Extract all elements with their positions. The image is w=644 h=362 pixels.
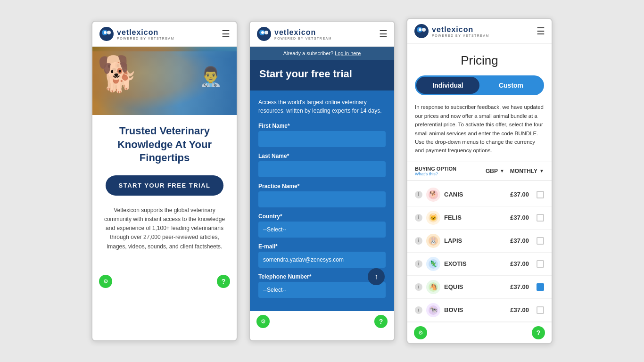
frequency-dropdown[interactable]: MONTHLY ▼ <box>510 168 544 174</box>
bovis-checkbox[interactable] <box>537 306 544 314</box>
svg-point-3 <box>104 31 107 34</box>
free-trial-title: Start your free trial <box>259 67 385 81</box>
hero-dog-icon: 🐕 <box>97 54 138 92</box>
bovis-info-icon[interactable]: i <box>415 306 422 314</box>
lapis-checkbox[interactable] <box>537 237 544 245</box>
svg-point-10 <box>422 28 426 32</box>
canis-info-icon[interactable]: i <box>415 191 422 198</box>
svg-text:🐴: 🐴 <box>429 283 438 291</box>
felis-name: FELIS <box>444 214 506 221</box>
logo-main-text3: vetlexicon <box>432 25 489 34</box>
bovis-price: £37.00 <box>510 306 529 313</box>
buying-option-group: BUYING OPTION What's this? <box>415 166 456 176</box>
telephone-field-group: Telephone Number* --Select-- <box>258 273 386 304</box>
svg-text:🐕: 🐕 <box>429 190 438 198</box>
canis-checkbox[interactable] <box>537 191 544 198</box>
practice-name-input[interactable] <box>258 191 386 207</box>
hero-image: 🐕 👨‍⚕️ <box>92 47 237 115</box>
screen1-footer: ⚙ ? <box>92 270 237 293</box>
country-label: Country* <box>258 213 386 220</box>
exotis-product-icon: 🦎 <box>426 257 440 271</box>
svg-text:🐱: 🐱 <box>429 214 438 222</box>
screen2-footer: ⚙ ? <box>250 311 394 332</box>
tab-individual[interactable]: Individual <box>416 77 479 94</box>
settings-icon2[interactable]: ⚙ <box>256 315 270 328</box>
logo-main-text: vetlexicon <box>117 28 174 37</box>
login-link[interactable]: Log in here <box>335 50 361 56</box>
svg-point-7 <box>261 31 264 34</box>
help-icon[interactable]: ? <box>217 275 230 288</box>
hamburger-menu-icon2[interactable]: ☰ <box>379 28 388 40</box>
bovis-product-icon: 🐄 <box>426 303 440 317</box>
registration-form: Access the world's largest online veteri… <box>250 90 394 311</box>
first-name-label: First Name* <box>258 123 386 129</box>
settings-icon[interactable]: ⚙ <box>99 275 112 288</box>
screen3-header: vetlexicon POWERED BY VETSTREAM ☰ <box>407 19 552 44</box>
subscriber-notice-bar: Already a subscriber? Log in here <box>250 47 394 60</box>
hero-title: Trusted Veterinary Knowledge At Your Fin… <box>100 124 229 165</box>
exotis-name: EXOTIS <box>444 260 506 267</box>
email-input[interactable] <box>258 252 386 268</box>
svg-text:🐄: 🐄 <box>429 306 438 314</box>
start-free-trial-button[interactable]: START YOUR FREE TRIAL <box>106 175 224 196</box>
tab-custom[interactable]: Custom <box>479 77 543 94</box>
hamburger-menu-icon[interactable]: ☰ <box>222 28 230 40</box>
logo-sub-text: POWERED BY VETSTREAM <box>117 37 174 40</box>
svg-point-2 <box>107 31 111 34</box>
lapis-name: LAPIS <box>444 237 506 244</box>
screen3-phone: vetlexicon POWERED BY VETSTREAM ☰ Pricin… <box>406 18 553 344</box>
svg-point-6 <box>264 31 268 34</box>
vetlexicon-logo-icon2 <box>256 26 272 41</box>
screen1-phone: vetlexicon POWERED BY VETSTREAM ☰ 🐕 👨‍⚕️… <box>91 21 238 341</box>
country-select[interactable]: --Select-- <box>258 222 386 238</box>
product-row-equis: i 🐴 EQUIS £37.00 <box>407 276 552 299</box>
svg-text:🐰: 🐰 <box>429 237 438 245</box>
currency-value: GBP <box>486 168 498 174</box>
equis-name: EQUIS <box>444 283 506 290</box>
hero-vet-icon: 👨‍⚕️ <box>199 66 223 88</box>
logo-text3: vetlexicon POWERED BY VETSTREAM <box>432 25 489 37</box>
felis-info-icon[interactable]: i <box>415 214 422 222</box>
svg-point-11 <box>419 28 421 31</box>
screen3-footer: ⚙ ? <box>407 322 552 343</box>
email-field-group: E-mail* <box>258 243 386 273</box>
canis-name: CANIS <box>444 191 506 198</box>
logo-text: vetlexicon POWERED BY VETSTREAM <box>117 28 174 40</box>
exotis-checkbox[interactable] <box>537 260 544 268</box>
logo-sub-text3: POWERED BY VETSTREAM <box>432 34 489 37</box>
buying-option-hint[interactable]: What's this? <box>415 172 456 176</box>
form-title-bar: Start your free trial <box>250 60 394 90</box>
lapis-product-icon: 🐰 <box>426 234 440 248</box>
help-icon3[interactable]: ? <box>532 326 545 339</box>
felis-price: £37.00 <box>510 214 529 221</box>
pricing-title: Pricing <box>407 44 552 75</box>
exotis-info-icon[interactable]: i <box>415 260 422 268</box>
frequency-value: MONTHLY <box>510 168 537 174</box>
screen1-header: vetlexicon POWERED BY VETSTREAM ☰ <box>92 22 237 47</box>
equis-checkbox[interactable] <box>537 283 544 291</box>
settings-icon3[interactable]: ⚙ <box>414 326 427 339</box>
screen1-body: Trusted Veterinary Knowledge At Your Fin… <box>92 115 237 261</box>
telephone-select[interactable]: --Select-- <box>258 282 386 298</box>
canis-price: £37.00 <box>510 191 529 198</box>
subscriber-notice-text: Already a subscriber? <box>283 50 333 56</box>
lapis-info-icon[interactable]: i <box>415 237 422 245</box>
upload-button[interactable]: ↑ <box>368 268 385 285</box>
email-label: E-mail* <box>258 243 386 250</box>
bovis-name: BOVIS <box>444 306 506 313</box>
currency-dropdown[interactable]: GBP ▼ <box>486 168 504 174</box>
felis-checkbox[interactable] <box>537 214 544 222</box>
product-row-bovis: i 🐄 BOVIS £37.00 <box>407 299 552 322</box>
buying-option-label: BUYING OPTION <box>415 166 456 172</box>
logo: vetlexicon POWERED BY VETSTREAM <box>99 26 174 41</box>
buying-option-row: BUYING OPTION What's this? GBP ▼ MONTHLY… <box>407 162 552 181</box>
felis-product-icon: 🐱 <box>426 211 440 225</box>
first-name-input[interactable] <box>258 131 386 147</box>
help-icon2[interactable]: ? <box>374 315 388 328</box>
equis-product-icon: 🐴 <box>426 280 440 294</box>
hamburger-menu-icon3[interactable]: ☰ <box>537 25 545 37</box>
practice-name-label: Practice Name* <box>258 183 386 189</box>
last-name-input[interactable] <box>258 161 386 177</box>
equis-info-icon[interactable]: i <box>415 283 422 291</box>
logo2: vetlexicon POWERED BY VETSTREAM <box>256 26 332 41</box>
